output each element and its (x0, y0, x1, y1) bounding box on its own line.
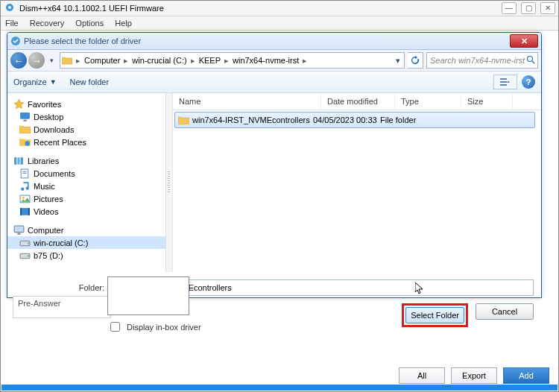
nav-forward-button[interactable]: → (28, 52, 45, 69)
help-button[interactable]: ? (522, 75, 535, 89)
organize-label: Organize (13, 78, 47, 86)
tree-label: win-crucial (C:) (34, 238, 88, 247)
tree-label: Favorites (28, 100, 61, 109)
tree-recent[interactable]: Recent Places (7, 136, 165, 148)
svg-rect-23 (28, 208, 30, 215)
svg-rect-6 (500, 81, 507, 83)
nav-history-dropdown[interactable]: ▾ (46, 52, 57, 69)
tree-videos[interactable]: Videos (7, 205, 165, 218)
svg-point-20 (22, 197, 25, 199)
videos-icon (19, 206, 31, 216)
app-title: Dism++x64 10.1.1002.1 UEFI Firmware (19, 4, 164, 13)
tree-drive-c[interactable]: win-crucial (C:) (7, 236, 165, 249)
menu-options[interactable]: Options (75, 19, 104, 28)
svg-rect-8 (20, 113, 30, 119)
item-name: win7x64-IRST_NVMEcontrollers (192, 116, 310, 124)
breadcrumb-computer[interactable]: Computer (81, 56, 123, 65)
breadcrumb[interactable]: ▸ Computer ▸ win-crucial (C:) ▸ KEEP ▸ w… (60, 52, 405, 69)
svg-rect-11 (14, 157, 16, 165)
close-button[interactable]: ✕ (540, 2, 555, 14)
drive-icon (19, 238, 31, 247)
tree-desktop[interactable]: Desktop (7, 110, 165, 123)
svg-rect-13 (21, 157, 23, 165)
list-item[interactable]: win7x64-IRST_NVMEcontrollers 04/05/2023 … (174, 112, 535, 128)
breadcrumb-drive[interactable]: win-crucial (C:) (129, 56, 189, 65)
view-options-button[interactable] (493, 75, 517, 89)
new-folder-button[interactable]: New folder (70, 78, 110, 86)
nav-back-button[interactable]: ← (10, 52, 27, 69)
svg-point-1 (8, 6, 11, 9)
all-button[interactable]: All (399, 367, 445, 384)
col-size[interactable]: Size (461, 93, 513, 110)
address-dropdown-icon[interactable]: ▾ (394, 56, 402, 66)
chevron-right-icon: ▸ (75, 56, 81, 66)
dialog-icon (10, 36, 21, 46)
bottom-button-bar: All Export Add (399, 367, 549, 384)
refresh-button[interactable] (408, 52, 423, 69)
tree-label: Pictures (34, 195, 63, 203)
dialog-titlebar: Please select the folder of driver ✕ (7, 33, 541, 50)
driver-preview-box (107, 276, 189, 315)
tree-favorites[interactable]: Favorites (7, 98, 165, 110)
col-type[interactable]: Type (395, 93, 461, 110)
maximize-button[interactable]: ▢ (521, 2, 536, 14)
tree-label: Videos (34, 207, 58, 216)
svg-rect-22 (20, 208, 22, 215)
add-button[interactable]: Add (503, 367, 549, 384)
breadcrumb-current[interactable]: win7x64-nvme-irst (230, 56, 302, 65)
splitter[interactable] (166, 93, 173, 272)
svg-point-27 (28, 242, 29, 244)
folder-browse-dialog: Please select the folder of driver ✕ ← →… (7, 32, 542, 298)
libraries-icon (13, 156, 25, 165)
menu-file[interactable]: File (5, 19, 19, 28)
tree-libraries[interactable]: Libraries (7, 154, 165, 167)
list-header: Name Date modified Type Size (173, 93, 541, 110)
chevron-right-icon: ▸ (302, 56, 308, 66)
export-button[interactable]: Export (451, 367, 497, 384)
tree-music[interactable]: Music (7, 180, 165, 192)
svg-rect-12 (17, 157, 19, 165)
inbox-driver-label: Display in-box driver (127, 323, 201, 332)
file-list: Name Date modified Type Size win7x64-IRS… (173, 93, 541, 272)
folder-label: Folder: (15, 283, 110, 292)
pictures-icon (19, 194, 31, 203)
svg-rect-7 (500, 84, 507, 86)
menubar: File Recovery Options Help (1, 16, 558, 31)
drive-icon (19, 250, 31, 260)
explorer-toolbar: Organize ▼ New folder ? (7, 72, 541, 93)
status-bar (1, 385, 558, 391)
app-icon (5, 3, 14, 12)
svg-point-17 (21, 188, 24, 191)
tree-computer[interactable]: Computer (7, 224, 165, 236)
menu-recovery[interactable]: Recovery (30, 19, 64, 28)
svg-point-3 (528, 57, 533, 62)
tree-downloads[interactable]: Downloads (7, 123, 165, 136)
search-input[interactable]: Search win7x64-nvme-irst (426, 52, 538, 69)
tree-label: Desktop (34, 113, 63, 121)
tree-label: b75 (D:) (34, 251, 63, 260)
dialog-close-button[interactable]: ✕ (510, 34, 538, 48)
col-name[interactable]: Name (173, 93, 321, 110)
svg-rect-9 (23, 120, 26, 121)
minimize-button[interactable]: — (502, 2, 517, 14)
tree-pictures[interactable]: Pictures (7, 192, 165, 205)
organize-menu[interactable]: Organize ▼ (13, 78, 57, 86)
svg-rect-24 (14, 226, 24, 233)
dialog-title: Please select the folder of driver (24, 37, 141, 45)
menu-help[interactable]: Help (115, 19, 132, 28)
app-titlebar: Dism++x64 10.1.1002.1 UEFI Firmware — ▢ … (1, 1, 558, 16)
svg-rect-5 (500, 78, 507, 80)
recent-icon (19, 137, 31, 147)
search-icon (526, 55, 535, 64)
inbox-driver-checkbox[interactable] (110, 322, 120, 332)
item-type: File folder (380, 116, 440, 124)
address-bar: ← → ▾ ▸ Computer ▸ win-crucial (C:) ▸ KE… (7, 50, 541, 72)
chevron-right-icon: ▸ (224, 56, 230, 66)
col-date[interactable]: Date modified (321, 93, 395, 110)
driver-panel: Display in-box driver (107, 276, 551, 334)
tree-documents[interactable]: Documents (7, 167, 165, 180)
breadcrumb-keep[interactable]: KEEP (196, 56, 224, 65)
pre-answer-item[interactable]: Pre-Answer (13, 296, 111, 318)
tree-drive-d[interactable]: b75 (D:) (7, 249, 165, 262)
star-icon (13, 99, 25, 109)
